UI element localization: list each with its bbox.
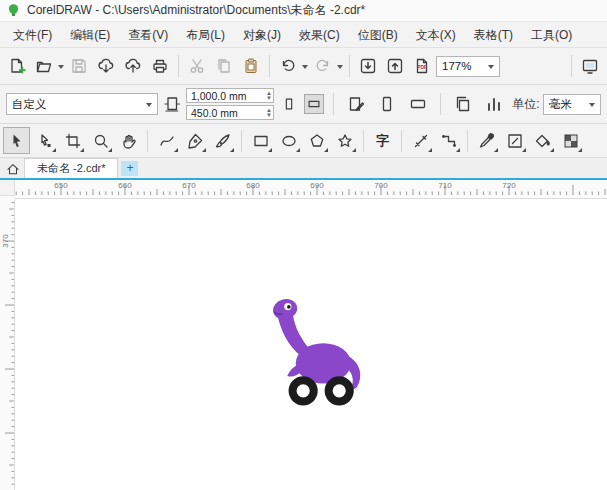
- menu-effects[interactable]: 效果(C): [290, 24, 349, 46]
- save-to-cloud-icon: [124, 57, 142, 75]
- toolbox-separator: [241, 130, 242, 152]
- toolbar-separator: [571, 55, 572, 77]
- publish-pdf-button[interactable]: PDF: [409, 53, 435, 79]
- page-dimensions-group: 1,000.0 mm ▲▼ 450.0 mm ▲▼: [186, 88, 274, 120]
- apply-to-all-pages-button[interactable]: [450, 91, 476, 117]
- pan-tool[interactable]: [115, 127, 142, 154]
- shape-tool[interactable]: [31, 127, 58, 154]
- dinosaur-head: [271, 297, 300, 322]
- undo-group: [275, 53, 309, 79]
- menu-object[interactable]: 对象(J): [234, 24, 290, 46]
- orientation-landscape-button[interactable]: [304, 94, 324, 114]
- new-tab-button[interactable]: +: [121, 161, 138, 176]
- page-height-field[interactable]: 450.0 mm ▲▼: [186, 105, 274, 120]
- paste-button[interactable]: [238, 53, 264, 79]
- crop-tool[interactable]: [59, 127, 86, 154]
- pdf-icon: PDF: [413, 57, 431, 75]
- drawing-canvas[interactable]: [15, 199, 607, 490]
- document-tab-bar: 未命名 -2.cdr* +: [0, 158, 607, 180]
- pan-hand-icon: [120, 132, 138, 150]
- open-dropdown-caret[interactable]: [58, 65, 64, 72]
- pen-tool[interactable]: [181, 127, 208, 154]
- current-page-size-button[interactable]: [374, 91, 400, 117]
- units-label: 单位:: [512, 96, 539, 113]
- undo-button[interactable]: [275, 53, 301, 79]
- vertical-ruler[interactable]: 370: [0, 199, 15, 490]
- artistic-media-tool[interactable]: [209, 127, 236, 154]
- page-width-field[interactable]: 1,000.0 mm ▲▼: [186, 88, 274, 103]
- text-tool-icon: 字: [376, 132, 389, 150]
- freehand-tool[interactable]: [153, 127, 180, 154]
- flyout-arrow: [428, 148, 432, 152]
- dinosaur-drawing[interactable]: [265, 291, 371, 408]
- home-icon: [6, 162, 20, 176]
- orientation-portrait-button[interactable]: [279, 94, 299, 114]
- corel-window: CorelDRAW - C:\Users\Administrator\Docum…: [0, 0, 607, 490]
- parallel-dimension-tool[interactable]: [407, 127, 434, 154]
- ellipse-tool[interactable]: [275, 127, 302, 154]
- all-pages-size-button[interactable]: [405, 91, 431, 117]
- flyout-arrow: [522, 148, 526, 152]
- cut-button[interactable]: [184, 53, 210, 79]
- zoom-level-combobox[interactable]: 177%: [436, 56, 500, 77]
- document-tab-active[interactable]: 未命名 -2.cdr*: [24, 158, 118, 178]
- connector-tool[interactable]: [435, 127, 462, 154]
- star-tool[interactable]: [331, 127, 358, 154]
- pen-nib-icon: [186, 132, 204, 150]
- outline-tool[interactable]: [501, 127, 528, 154]
- export-button[interactable]: [382, 53, 408, 79]
- menu-view[interactable]: 查看(V): [119, 24, 177, 46]
- page-numbering-button[interactable]: [481, 91, 507, 117]
- menu-bitmaps[interactable]: 位图(B): [349, 24, 407, 46]
- redo-button[interactable]: [310, 53, 336, 79]
- width-stepper[interactable]: ▲▼: [266, 91, 272, 101]
- zoom-tool[interactable]: [87, 127, 114, 154]
- text-tool[interactable]: 字: [369, 127, 396, 154]
- redo-dropdown-caret[interactable]: [337, 65, 343, 72]
- save-button[interactable]: [66, 53, 92, 79]
- edit-page-icon: [347, 95, 365, 113]
- open-button[interactable]: [31, 53, 57, 79]
- full-screen-preview-button[interactable]: [577, 53, 603, 79]
- menu-edit[interactable]: 编辑(E): [61, 24, 119, 46]
- print-button[interactable]: [147, 53, 173, 79]
- shape-tool-icon: [36, 132, 54, 150]
- open-from-cloud-button[interactable]: [93, 53, 119, 79]
- transparency-tool[interactable]: [557, 127, 584, 154]
- chevron-down-icon: [488, 65, 494, 72]
- rectangle-tool[interactable]: [247, 127, 274, 154]
- menubar: 文件(F) 编辑(E) 查看(V) 布局(L) 对象(J) 效果(C) 位图(B…: [0, 22, 607, 48]
- flyout-arrow: [324, 148, 328, 152]
- units-combobox[interactable]: 毫米: [543, 94, 601, 115]
- flyout-arrow: [268, 148, 272, 152]
- menu-tools[interactable]: 工具(O): [522, 24, 581, 46]
- interactive-fill-tool[interactable]: [529, 127, 556, 154]
- menu-table[interactable]: 表格(T): [465, 24, 522, 46]
- horizontal-ruler[interactable]: 650660670680690700710720: [15, 180, 607, 199]
- undo-dropdown-caret[interactable]: [302, 65, 308, 72]
- welcome-home-button[interactable]: [2, 159, 24, 178]
- freehand-curve-icon: [158, 132, 176, 150]
- flyout-arrow: [494, 148, 498, 152]
- pick-tool[interactable]: [3, 127, 30, 154]
- new-document-icon: [8, 57, 26, 75]
- save-to-cloud-button[interactable]: [120, 53, 146, 79]
- ruler-row: 650660670680690700710720: [0, 180, 607, 199]
- property-bar: 自定义 1,000.0 mm ▲▼ 450.0 mm ▲▼: [0, 85, 607, 124]
- menu-file[interactable]: 文件(F): [4, 24, 61, 46]
- menu-layout[interactable]: 布局(L): [177, 24, 234, 46]
- eyedropper-tool[interactable]: [473, 127, 500, 154]
- page-size-settings-button[interactable]: [343, 91, 369, 117]
- import-button[interactable]: [355, 53, 381, 79]
- copy-button[interactable]: [211, 53, 237, 79]
- crop-tool-icon: [64, 132, 82, 150]
- toolbox-separator: [467, 130, 468, 152]
- star-icon: [336, 132, 354, 150]
- ruler-corner[interactable]: [0, 180, 15, 196]
- new-document-button[interactable]: [4, 53, 30, 79]
- menu-text[interactable]: 文本(X): [407, 24, 465, 46]
- page-size-preset-combobox[interactable]: 自定义: [6, 93, 158, 115]
- height-stepper[interactable]: ▲▼: [266, 108, 272, 118]
- svg-text:370: 370: [1, 234, 10, 248]
- polygon-tool[interactable]: [303, 127, 330, 154]
